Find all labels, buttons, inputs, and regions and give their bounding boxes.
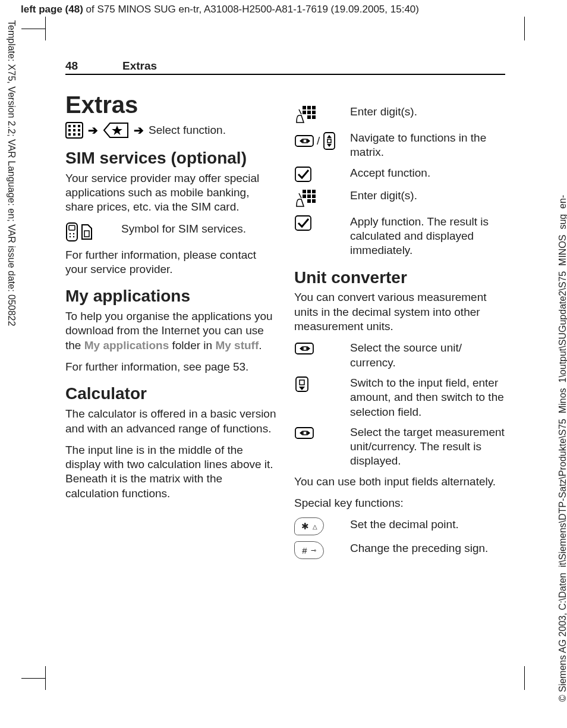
content-frame: 48 Extras Extras — [65, 59, 505, 565]
sim-symbol-row: Symbol for SIM services. — [65, 222, 276, 242]
svg-marker-35 — [327, 144, 332, 147]
svg-marker-57 — [307, 431, 310, 435]
unit-row-source: Select the source unit/ currency. — [294, 341, 505, 370]
menu-grid-icon — [65, 122, 83, 139]
check-icon — [294, 166, 312, 183]
unit-paragraph-3: Special key functions: — [294, 496, 505, 510]
heading-sim-services: SIM services (optional) — [65, 149, 276, 168]
crop-mark — [524, 17, 525, 40]
svg-rect-54 — [295, 428, 313, 438]
svg-rect-23 — [307, 111, 311, 114]
unit-paragraph-1: You can convert various measurement unit… — [294, 290, 505, 334]
crop-mark — [45, 17, 46, 40]
sim-phone-icon — [65, 222, 78, 242]
svg-marker-11 — [112, 125, 122, 135]
arrow-right-icon: ➔ — [134, 123, 144, 137]
page: left page (48) of S75 MINOS SUG en-tr, A… — [0, 0, 567, 728]
unit-row-text: Switch to the input field, enter amount,… — [350, 376, 505, 419]
svg-rect-52 — [300, 380, 304, 385]
svg-rect-42 — [312, 194, 316, 198]
star-key-icon: ✱△ — [294, 517, 324, 535]
slash: / — [317, 134, 320, 148]
svg-rect-8 — [73, 133, 75, 136]
key-row-text: Change the preceding sign. — [350, 541, 505, 556]
text-emphasis: My stuff — [215, 339, 259, 352]
svg-marker-48 — [300, 346, 303, 351]
unit-row-target: Select the target measurement unit/curre… — [294, 425, 505, 469]
svg-rect-43 — [307, 199, 311, 203]
sim-symbol-text: Symbol for SIM services. — [121, 222, 276, 236]
calc-row-navigate: / Navigate to functions in the matrix. — [294, 131, 505, 160]
svg-rect-49 — [303, 347, 307, 350]
sim-card-icon — [81, 224, 93, 240]
nav-path: ➔ ➔ Select function. — [65, 122, 276, 139]
svg-marker-50 — [307, 346, 310, 351]
calc-row-enter-digits-2: Enter digit(s). — [294, 189, 505, 209]
calc-row-text: Enter digit(s). — [350, 105, 505, 119]
svg-rect-26 — [312, 115, 316, 119]
apps-paragraph-1: To help you organise the applications yo… — [65, 309, 276, 353]
heading-calculator: Calculator — [65, 385, 276, 403]
apps-paragraph-2: For further information, see page 53. — [65, 360, 276, 374]
svg-point-15 — [73, 233, 74, 234]
nav-down-icon — [294, 376, 310, 394]
nav-left-right-icon — [294, 341, 314, 356]
svg-rect-38 — [307, 190, 311, 193]
unit-row-text: Select the source unit/ currency. — [350, 341, 505, 370]
page-title: Extras — [65, 92, 276, 118]
top-annotation-bold: left page (48) — [21, 4, 83, 15]
svg-rect-19 — [303, 106, 306, 109]
nav-select-text: Select function. — [149, 124, 226, 137]
star-folder-icon — [103, 122, 129, 139]
key-row-hash: #⊸ Change the preceding sign. — [294, 541, 505, 559]
svg-rect-13 — [69, 225, 75, 230]
svg-rect-56 — [303, 431, 307, 435]
svg-rect-4 — [68, 129, 71, 131]
svg-rect-18 — [84, 231, 89, 237]
column-left: Extras ➔ — [65, 86, 276, 565]
svg-point-14 — [70, 233, 71, 234]
svg-rect-39 — [312, 190, 316, 193]
unit-paragraph-2: You can use both input fields alternatel… — [294, 475, 505, 489]
svg-rect-6 — [78, 129, 80, 131]
svg-rect-30 — [303, 139, 307, 143]
svg-rect-25 — [307, 115, 311, 119]
svg-rect-9 — [78, 133, 80, 136]
crop-mark — [45, 666, 46, 690]
running-header: 48 Extras — [65, 59, 505, 75]
crop-mark — [21, 29, 45, 29]
check-icon — [294, 215, 312, 231]
crop-mark — [21, 678, 45, 679]
top-annotation-rest: of S75 MINOS SUG en-tr, A31008-H2500-A81… — [83, 4, 419, 15]
key-row-star: ✱△ Set the decimal point. — [294, 517, 505, 535]
text-emphasis: My applications — [84, 339, 169, 352]
svg-rect-28 — [295, 136, 313, 146]
key-row-text: Set the decimal point. — [350, 517, 505, 532]
top-annotation: left page (48) of S75 MINOS SUG en-tr, A… — [21, 4, 419, 15]
svg-rect-47 — [295, 343, 313, 354]
svg-point-16 — [70, 236, 71, 237]
svg-point-17 — [73, 236, 74, 237]
svg-rect-22 — [303, 111, 306, 114]
svg-line-45 — [299, 193, 301, 198]
keypad-hand-icon — [294, 189, 316, 209]
calc-paragraph-1: The calculator is offered in a basic ver… — [65, 407, 276, 436]
svg-rect-36 — [295, 167, 311, 181]
hash-key-icon: #⊸ — [294, 541, 324, 559]
heading-unit-converter: Unit converter — [294, 269, 505, 287]
nav-up-down-icon — [322, 131, 336, 151]
calc-paragraph-2: The input line is in the middle of the d… — [65, 443, 276, 501]
keypad-hand-icon — [294, 105, 316, 125]
svg-rect-5 — [73, 129, 75, 131]
svg-rect-3 — [78, 125, 80, 127]
column-right: Enter digit(s). / — [294, 86, 505, 565]
text: folder in — [169, 339, 215, 352]
arrow-right-icon: ➔ — [88, 123, 98, 137]
nav-left-right-icon — [294, 425, 314, 441]
running-title: Extras — [122, 59, 157, 73]
svg-marker-55 — [300, 431, 303, 435]
margin-text-left: Template: X75, Version 2.2; VAR Language… — [6, 20, 17, 326]
calc-row-text: Apply function. The result is calculated… — [350, 215, 505, 258]
svg-rect-46 — [295, 216, 311, 230]
page-number: 48 — [65, 59, 122, 73]
